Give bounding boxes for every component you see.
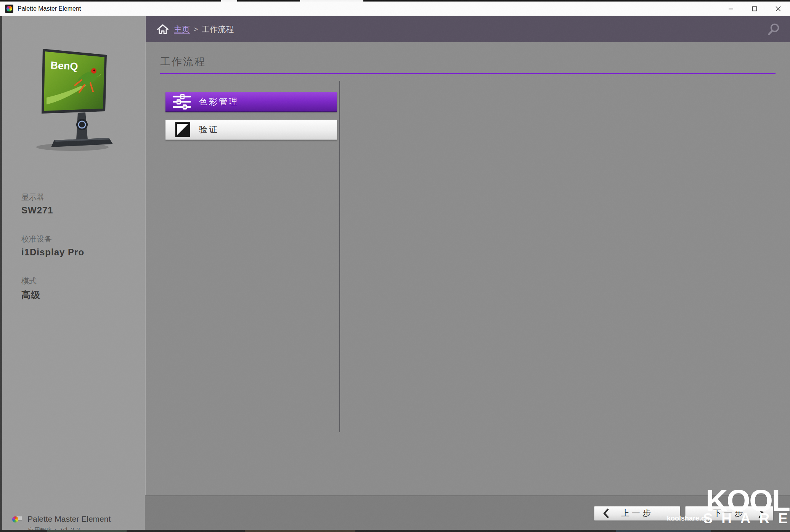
benq-logo-text: BenQ — [50, 59, 78, 72]
workflow-button-validation[interactable]: 验证 — [165, 120, 337, 140]
breadcrumb-separator: > — [194, 25, 198, 34]
bottom-edge-segment — [245, 530, 355, 532]
minimize-button[interactable] — [719, 2, 743, 16]
info-monitor: 显示器 SW271 — [21, 192, 53, 216]
logo-color-blot — [12, 516, 18, 522]
breadcrumb-home-link[interactable]: 主页 — [174, 24, 190, 35]
minimize-icon — [728, 6, 734, 12]
about-app-name: Palette Master Element — [27, 514, 111, 524]
workflow-button-color-management[interactable]: 色彩管理 — [165, 92, 337, 112]
calibrator-label: 校准设备 — [21, 234, 84, 244]
monitor-label: 显示器 — [21, 192, 53, 202]
main-area: 主页 > 工作流程 工作流程 — [145, 16, 790, 530]
bottom-edge-segment — [616, 530, 711, 532]
app-window: Palette Master Element — [0, 0, 790, 532]
bottom-edge-segment — [47, 530, 126, 532]
sliders-icon — [172, 94, 191, 110]
page-title: 工作流程 — [160, 55, 206, 69]
next-step-button[interactable]: 下一步 — [685, 506, 773, 521]
window-controls — [719, 2, 790, 16]
calibrator-value: i1Display Pro — [21, 247, 84, 258]
next-step-label: 下一步 — [713, 508, 745, 519]
contrast-icon — [175, 122, 190, 137]
palette-swirl-icon — [6, 6, 12, 11]
monitor-value: SW271 — [21, 205, 53, 216]
maximize-button[interactable] — [743, 2, 766, 16]
mode-value: 高级 — [21, 289, 40, 301]
home-icon — [156, 23, 169, 35]
info-calibrator: 校准设备 i1Display Pro — [21, 234, 84, 258]
workflow-button-label: 验证 — [199, 124, 219, 135]
title-bar: Palette Master Element — [0, 2, 790, 16]
mode-label: 模式 — [21, 276, 40, 286]
home-button[interactable] — [156, 23, 169, 35]
window-left-edge — [0, 16, 2, 530]
frog-pupil — [93, 70, 95, 72]
previous-step-button[interactable]: 上一步 — [594, 506, 680, 521]
search-button[interactable] — [766, 22, 782, 37]
window-bottom-edge — [0, 530, 790, 532]
close-button[interactable] — [766, 2, 790, 16]
previous-step-label: 上一步 — [621, 508, 653, 519]
content-divider — [339, 81, 340, 432]
breadcrumb-current: 工作流程 — [202, 24, 234, 35]
close-icon — [775, 6, 781, 12]
workflow-button-label: 色彩管理 — [199, 96, 239, 107]
chevron-right-icon — [757, 508, 765, 518]
sidebar: BenQ 显示器 SW271 校准设备 i1Display Pro 模式 高级 — [0, 16, 145, 530]
window-title: Palette Master Element — [18, 5, 81, 12]
search-icon — [766, 22, 782, 37]
maximize-icon — [751, 6, 758, 12]
footer-bar: 上一步 下一步 — [145, 495, 790, 530]
chevron-left-icon — [602, 508, 610, 518]
palette-master-logo-icon — [11, 515, 23, 523]
app-icon — [5, 5, 13, 13]
monitor-image: BenQ — [27, 43, 115, 154]
title-accent-rule — [160, 73, 776, 74]
breadcrumb: 主页 > 工作流程 — [146, 16, 790, 42]
info-mode: 模式 高级 — [21, 276, 40, 301]
